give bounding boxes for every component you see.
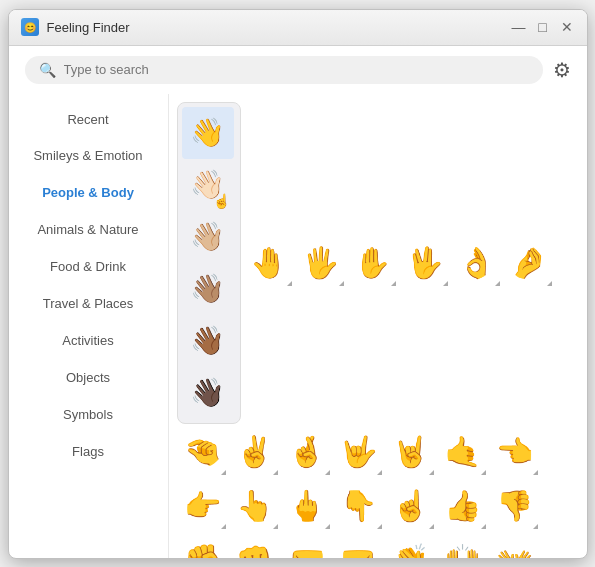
emoji-grid: 👋 👋🏻 ☝ 👋🏼 👋🏽 👋🏾 👋🏿 🤚 🖐 ✋ 🖖 👌 🤌 xyxy=(169,94,587,558)
emoji-cell[interactable]: 👍 xyxy=(437,480,489,532)
emoji-cell[interactable]: 🤌 xyxy=(503,237,555,289)
emoji-cell[interactable]: 👊 xyxy=(229,534,281,558)
maximize-button[interactable]: □ xyxy=(535,19,551,35)
window-title: Feeling Finder xyxy=(47,20,511,35)
emoji-cell[interactable]: 🤚 xyxy=(243,237,295,289)
skin-tone-medium[interactable]: 👋🏽 xyxy=(182,263,234,315)
emoji-row-2: 🤏 ✌ 🤞 🤟 🤘 🤙 👈 xyxy=(177,426,579,478)
emoji-cell[interactable]: 🖕 xyxy=(281,480,333,532)
app-icon: 😊 xyxy=(21,18,39,36)
emoji-cell[interactable]: 🖖 xyxy=(399,237,451,289)
search-input[interactable] xyxy=(64,62,529,77)
titlebar: 😊 Feeling Finder — □ ✕ xyxy=(9,10,587,46)
sidebar-item-objects[interactable]: Objects xyxy=(9,360,168,397)
sidebar-item-symbols[interactable]: Symbols xyxy=(9,397,168,434)
emoji-cell[interactable]: 🤏 xyxy=(177,426,229,478)
search-wrapper: 🔍 xyxy=(25,56,543,84)
main-content: Recent Smileys & Emotion People & Body A… xyxy=(9,94,587,558)
emoji-cell[interactable]: 👌 xyxy=(451,237,503,289)
skin-tone-medium-light[interactable]: 👋🏼 xyxy=(182,211,234,263)
emoji-row-4: ✊ 👊 🤛 🤜 👏 🙌 👐 xyxy=(177,534,579,558)
emoji-cell[interactable]: 👏 xyxy=(385,534,437,558)
emoji-cell[interactable]: 👐 xyxy=(489,534,541,558)
category-sidebar: Recent Smileys & Emotion People & Body A… xyxy=(9,94,169,558)
minimize-button[interactable]: — xyxy=(511,19,527,35)
emoji-cell[interactable]: 👉 xyxy=(177,480,229,532)
skin-tone-medium-dark[interactable]: 👋🏾 xyxy=(182,315,234,367)
skin-tone-dark[interactable]: 👋🏿 xyxy=(182,367,234,419)
emoji-cell[interactable]: 🖐 xyxy=(295,237,347,289)
emoji-cell[interactable]: ✋ xyxy=(347,237,399,289)
sidebar-item-food[interactable]: Food & Drink xyxy=(9,249,168,286)
sidebar-item-animals[interactable]: Animals & Nature xyxy=(9,212,168,249)
close-button[interactable]: ✕ xyxy=(559,19,575,35)
emoji-cell[interactable]: 🤘 xyxy=(385,426,437,478)
emoji-cell[interactable]: 👇 xyxy=(333,480,385,532)
sidebar-item-travel[interactable]: Travel & Places xyxy=(9,286,168,323)
search-bar: 🔍 ⚙ xyxy=(9,46,587,94)
skin-tone-default[interactable]: 👋 xyxy=(182,107,234,159)
emoji-cell[interactable]: 🙌 xyxy=(437,534,489,558)
app-window: 😊 Feeling Finder — □ ✕ 🔍 ⚙ Recent Smiley… xyxy=(8,9,588,559)
sidebar-item-flags[interactable]: Flags xyxy=(9,434,168,471)
emoji-cell[interactable]: 👎 xyxy=(489,480,541,532)
emoji-cell[interactable]: 👆 xyxy=(229,480,281,532)
emoji-row-1: 👋 👋🏻 ☝ 👋🏼 👋🏽 👋🏾 👋🏿 🤚 🖐 ✋ 🖖 👌 🤌 xyxy=(177,102,579,424)
emoji-cell[interactable]: 👈 xyxy=(489,426,541,478)
search-icon: 🔍 xyxy=(39,62,56,78)
emoji-cell[interactable]: 🤞 xyxy=(281,426,333,478)
settings-icon[interactable]: ⚙ xyxy=(553,58,571,82)
emoji-cell[interactable]: 🤛 xyxy=(281,534,333,558)
emoji-cell[interactable]: 🤟 xyxy=(333,426,385,478)
emoji-cell[interactable]: ✌ xyxy=(229,426,281,478)
sidebar-item-smileys[interactable]: Smileys & Emotion xyxy=(9,138,168,175)
emoji-cell[interactable]: 🤜 xyxy=(333,534,385,558)
emoji-cell[interactable]: ☝ xyxy=(385,480,437,532)
window-controls: — □ ✕ xyxy=(511,19,575,35)
emoji-cell[interactable]: 🤙 xyxy=(437,426,489,478)
sidebar-item-people[interactable]: People & Body xyxy=(9,175,168,212)
emoji-cell[interactable]: ✊ xyxy=(177,534,229,558)
sidebar-item-recent[interactable]: Recent xyxy=(9,102,168,139)
sidebar-item-activities[interactable]: Activities xyxy=(9,323,168,360)
skin-tone-popup: 👋 👋🏻 ☝ 👋🏼 👋🏽 👋🏾 👋🏿 xyxy=(177,102,241,424)
emoji-row-3: 👉 👆 🖕 👇 ☝ 👍 👎 xyxy=(177,480,579,532)
skin-tone-light[interactable]: 👋🏻 ☝ xyxy=(182,159,234,211)
